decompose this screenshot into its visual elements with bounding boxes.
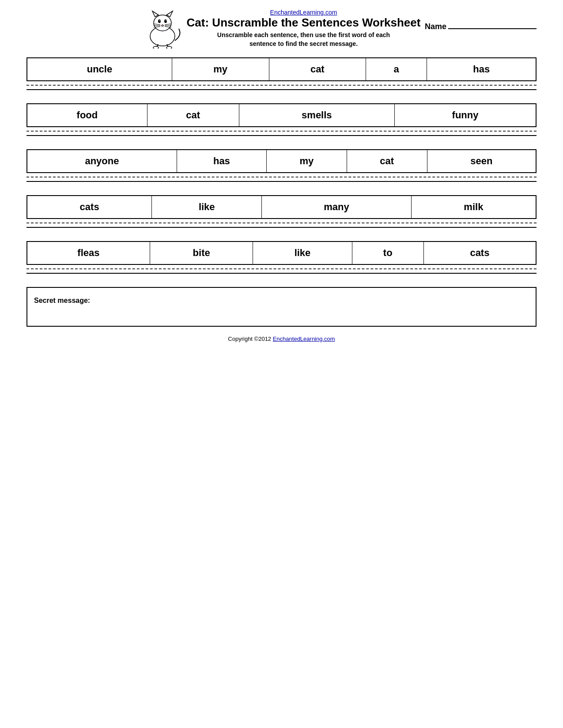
svg-point-17 bbox=[153, 46, 159, 49]
svg-point-4 bbox=[158, 19, 161, 23]
word-3-3: my bbox=[266, 150, 347, 173]
word-table-1: uncle my cat a has bbox=[26, 57, 537, 81]
svg-point-1 bbox=[154, 15, 171, 31]
name-label: Name bbox=[425, 22, 446, 31]
solid-line-5 bbox=[26, 273, 537, 274]
dotted-line-5 bbox=[26, 268, 537, 269]
secret-message-box: Secret message: bbox=[26, 287, 537, 327]
sentence-5: fleas bite like to cats bbox=[26, 241, 537, 274]
svg-point-18 bbox=[166, 46, 172, 49]
word-1-5: has bbox=[427, 58, 536, 81]
sentence-3: anyone has my cat seen bbox=[26, 149, 537, 182]
word-4-3: many bbox=[262, 196, 412, 219]
header-text-block: EnchantedLearning.com Cat: Unscramble th… bbox=[187, 9, 421, 47]
word-3-4: cat bbox=[347, 150, 427, 173]
name-field: Name bbox=[425, 22, 537, 31]
word-1-1: uncle bbox=[27, 58, 172, 81]
word-5-1: fleas bbox=[27, 241, 150, 264]
word-5-2: bite bbox=[150, 241, 253, 264]
word-4-2: like bbox=[152, 196, 262, 219]
dotted-line-4 bbox=[26, 223, 537, 223]
word-3-1: anyone bbox=[27, 150, 177, 173]
copyright-text: Copyright ©2012 bbox=[228, 336, 272, 342]
solid-line-4 bbox=[26, 227, 537, 228]
word-table-3: anyone has my cat seen bbox=[26, 149, 537, 173]
dotted-line-3 bbox=[26, 177, 537, 177]
word-4-1: cats bbox=[27, 196, 152, 219]
word-3-5: seen bbox=[427, 150, 536, 173]
solid-line-3 bbox=[26, 181, 537, 182]
svg-point-7 bbox=[166, 20, 166, 21]
solid-line-1 bbox=[26, 89, 537, 90]
word-2-2: cat bbox=[147, 104, 239, 127]
word-1-2: my bbox=[172, 58, 269, 81]
word-table-5: fleas bite like to cats bbox=[26, 241, 537, 265]
word-1-3: cat bbox=[269, 58, 366, 81]
dotted-line-2 bbox=[26, 131, 537, 132]
page-header: EnchantedLearning.com Cat: Unscramble th… bbox=[26, 9, 537, 49]
header-subtitle-2: sentence to find the secret message. bbox=[187, 40, 421, 47]
sentence-1: uncle my cat a has bbox=[26, 57, 537, 90]
footer-link[interactable]: EnchantedLearning.com bbox=[273, 336, 335, 342]
word-2-4: funny bbox=[395, 104, 536, 127]
secret-message-label: Secret message: bbox=[34, 297, 90, 304]
sentence-4: cats like many milk bbox=[26, 195, 537, 228]
word-table-2: food cat smells funny bbox=[26, 103, 537, 127]
word-5-4: to bbox=[352, 241, 423, 264]
svg-marker-2 bbox=[152, 11, 159, 17]
svg-point-6 bbox=[159, 20, 160, 21]
sentence-2: food cat smells funny bbox=[26, 103, 537, 136]
word-2-1: food bbox=[27, 104, 147, 127]
header-subtitle-1: Unscramble each sentence, then use the f… bbox=[187, 31, 421, 38]
word-2-3: smells bbox=[239, 104, 394, 127]
svg-point-5 bbox=[164, 19, 167, 23]
footer: Copyright ©2012 EnchantedLearning.com bbox=[26, 336, 537, 342]
page-title: Cat: Unscramble the Sentences Worksheet bbox=[187, 16, 421, 30]
word-4-4: milk bbox=[411, 196, 536, 219]
word-5-3: like bbox=[253, 241, 352, 264]
solid-line-2 bbox=[26, 135, 537, 136]
name-line bbox=[448, 28, 537, 29]
site-link[interactable]: EnchantedLearning.com bbox=[187, 9, 421, 16]
svg-marker-3 bbox=[166, 11, 173, 17]
word-5-5: cats bbox=[423, 241, 536, 264]
cat-illustration bbox=[143, 9, 182, 49]
word-3-2: has bbox=[177, 150, 266, 173]
word-table-4: cats like many milk bbox=[26, 195, 537, 219]
dotted-line-1 bbox=[26, 85, 537, 86]
word-1-4: a bbox=[366, 58, 427, 81]
